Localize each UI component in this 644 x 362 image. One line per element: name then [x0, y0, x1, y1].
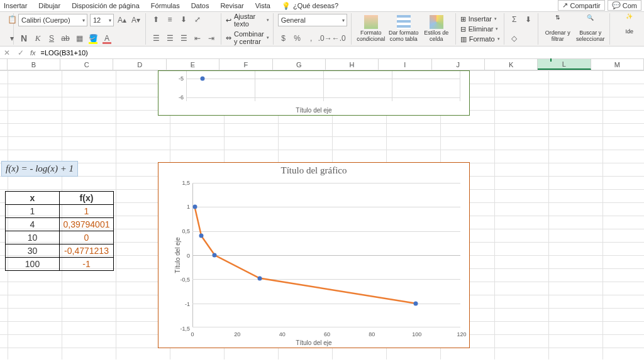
bulb-icon: 💡: [282, 2, 291, 10]
share-button[interactable]: ↗ Compartir: [558, 0, 604, 11]
table-header-x: x: [6, 192, 60, 205]
ytick: 1: [176, 204, 190, 210]
menu-disposicion[interactable]: Disposición de página: [72, 2, 140, 9]
spreadsheet-grid[interactable]: f(x) = - log(x) + 1 xf(x) 11 40,39794001…: [0, 70, 644, 359]
currency-icon[interactable]: $: [278, 33, 289, 44]
italic-button[interactable]: K: [32, 33, 43, 44]
decrease-font-icon[interactable]: A▾: [130, 14, 142, 26]
font-name-select[interactable]: Calibri (Cuerpo)▾: [18, 14, 87, 26]
chart-title[interactable]: Título del gráfico: [158, 163, 469, 177]
table-row: 40,39794001: [6, 218, 114, 231]
insert-cells-button[interactable]: ⊞Insertar▾: [460, 14, 500, 24]
ideas-button[interactable]: ✨ Ide: [614, 14, 644, 35]
chart-point: [199, 234, 204, 238]
xtick: 120: [457, 331, 466, 337]
table-header-fx: f(x): [60, 192, 114, 205]
chart-top[interactable]: -5 -6 Título del eje: [158, 70, 470, 116]
col-L[interactable]: L: [538, 59, 591, 70]
underline-button[interactable]: S: [46, 33, 57, 44]
bold-button[interactable]: N: [18, 33, 30, 44]
menu-formulas[interactable]: Fórmulas: [151, 2, 180, 9]
fill-color-button[interactable]: 🪣: [87, 33, 99, 44]
format-as-table-button[interactable]: Dar formato como tabla: [389, 15, 419, 43]
menu-bar: Insertar Dibujar Disposición de página F…: [0, 0, 644, 11]
number-format-select[interactable]: General▾: [278, 14, 347, 26]
styles-icon: [430, 15, 443, 29]
col-K[interactable]: K: [485, 59, 538, 70]
delete-cells-button[interactable]: ⊟Eliminar▾: [460, 24, 500, 34]
column-headers: B C D E F G H I J K L M: [0, 59, 644, 70]
comma-icon[interactable]: ,: [306, 33, 317, 44]
sort-filter-button[interactable]: ⇅ Ordenar y filtrar: [543, 15, 573, 43]
accept-formula-icon[interactable]: ✓: [14, 48, 28, 57]
sort-icon: ⇅: [551, 15, 565, 29]
menu-revisar[interactable]: Revisar: [220, 2, 243, 9]
chart-main[interactable]: Título del gráfico Título del eje 1,5 1 …: [158, 162, 470, 348]
format-icon: ▥: [460, 35, 467, 43]
border-button[interactable]: ▦: [74, 33, 85, 44]
find-select-button[interactable]: 🔍 Buscar y seleccionar: [575, 15, 606, 43]
merge-center-button[interactable]: ⇔ Combinar y centrar▾: [226, 31, 269, 44]
menu-vista[interactable]: Vista: [255, 2, 270, 9]
inc-decimal-icon[interactable]: .0→: [319, 33, 331, 44]
ytick: -1,5: [176, 326, 190, 332]
col-D[interactable]: D: [113, 59, 166, 70]
col-B[interactable]: B: [8, 59, 60, 70]
search-icon: 🔍: [584, 15, 597, 29]
table-row: 11: [6, 205, 114, 218]
formula-expression: f(x) = - log(x) + 1: [1, 161, 78, 177]
col-F[interactable]: F: [219, 59, 272, 70]
col-G[interactable]: G: [273, 59, 326, 70]
table-row: 30-0,4771213: [6, 244, 114, 258]
insert-icon: ⊞: [460, 15, 466, 23]
autosum-icon[interactable]: Σ: [509, 14, 520, 25]
col-E[interactable]: E: [167, 59, 219, 70]
col-I[interactable]: I: [379, 59, 431, 70]
strike-button[interactable]: ab: [60, 33, 71, 44]
table-row: 100: [6, 231, 114, 244]
comment-icon: 💬: [612, 1, 621, 9]
font-color-button[interactable]: A: [101, 33, 113, 44]
menu-insertar[interactable]: Insertar: [4, 2, 27, 9]
menu-datos[interactable]: Datos: [191, 2, 209, 9]
conditional-format-button[interactable]: Formato condicional: [356, 15, 386, 43]
fx-icon[interactable]: fx: [28, 49, 38, 57]
cancel-formula-icon[interactable]: ✕: [0, 48, 14, 57]
wrap-icon: ↩: [226, 16, 231, 25]
percent-icon[interactable]: %: [292, 33, 303, 44]
ytick: 1,5: [176, 180, 190, 186]
tell-me-search[interactable]: 💡 ¿Qué deseas?: [282, 2, 338, 10]
align-right-icon[interactable]: ☰: [178, 33, 189, 44]
ytick: 0,5: [176, 228, 190, 234]
comments-button[interactable]: 💬 Com: [608, 0, 641, 11]
wrap-text-button[interactable]: ↩ Ajustar texto▾: [226, 14, 269, 26]
col-H[interactable]: H: [326, 59, 379, 70]
format-cells-button[interactable]: ▥Formato▾: [460, 34, 500, 44]
align-bottom-icon[interactable]: ⬇: [178, 14, 189, 25]
dec-decimal-icon[interactable]: ←.0: [333, 33, 345, 44]
align-left-icon[interactable]: ☰: [150, 33, 162, 44]
cell-styles-button[interactable]: Estilos de celda: [421, 15, 452, 43]
menu-dibujar[interactable]: Dibujar: [38, 2, 60, 9]
font-size-select[interactable]: 12▾: [90, 14, 114, 26]
indent-dec-icon[interactable]: ⇤: [192, 33, 203, 44]
chart-point: [201, 77, 205, 81]
fill-icon[interactable]: ⬇: [523, 14, 534, 25]
formula-input[interactable]: [38, 49, 644, 57]
col-M[interactable]: M: [591, 59, 644, 70]
col-J[interactable]: J: [432, 59, 485, 70]
xtick: 40: [279, 331, 286, 337]
delete-icon: ⊟: [460, 25, 466, 33]
ytick: 0: [176, 253, 190, 259]
align-top-icon[interactable]: ⬆: [150, 14, 162, 25]
align-center-icon[interactable]: ☰: [164, 33, 175, 44]
col-C[interactable]: C: [60, 59, 113, 70]
indent-inc-icon[interactable]: ⇥: [206, 33, 217, 44]
align-middle-icon[interactable]: ≡: [164, 14, 175, 25]
increase-font-icon[interactable]: A▴: [116, 14, 128, 26]
ytick: -6: [172, 94, 184, 101]
orientation-icon[interactable]: ⤢: [192, 14, 203, 25]
ribbon: 📋 ▾ Calibri (Cuerpo)▾ 12▾ A▴ A▾ N K S ab…: [0, 11, 644, 47]
share-icon: ↗: [562, 1, 568, 9]
clear-icon[interactable]: ◇: [509, 33, 520, 44]
